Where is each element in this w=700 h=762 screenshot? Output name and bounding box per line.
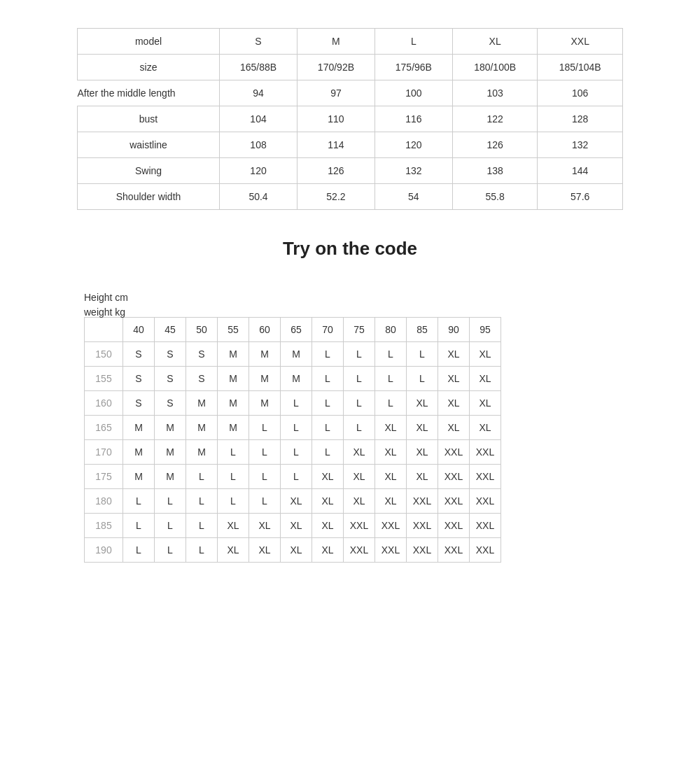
cell: S bbox=[155, 342, 186, 367]
cell: M bbox=[186, 391, 218, 416]
cell: XL bbox=[470, 342, 501, 367]
cell: XXL bbox=[407, 538, 438, 563]
cell: XL bbox=[438, 416, 470, 440]
size-xxl: 185/104B bbox=[538, 55, 623, 80]
header-m: M bbox=[297, 29, 374, 55]
size-chart-section: model S M L XL XXL size 165/88B 170/92B … bbox=[42, 28, 658, 210]
cell: M bbox=[249, 391, 281, 416]
height-155: 155 bbox=[85, 367, 123, 391]
middle-length-m: 97 bbox=[297, 80, 374, 106]
table-row: Shoulder width 50.4 52.2 54 55.8 57.6 bbox=[78, 184, 623, 210]
weight-65: 65 bbox=[281, 318, 312, 342]
cell: L bbox=[312, 391, 344, 416]
bust-m: 110 bbox=[297, 106, 374, 132]
header-l: L bbox=[374, 29, 452, 55]
table-row: 40 45 50 55 60 65 70 75 80 85 90 95 bbox=[85, 318, 501, 342]
cell: XL bbox=[218, 538, 249, 563]
cell: XL bbox=[218, 514, 249, 538]
cell: XL bbox=[281, 538, 312, 563]
cell: XL bbox=[470, 391, 501, 416]
swing-xxl: 144 bbox=[538, 158, 623, 184]
shoulder-m: 52.2 bbox=[297, 184, 374, 210]
shoulder-xl: 55.8 bbox=[452, 184, 538, 210]
cell: M bbox=[249, 342, 281, 367]
cell: L bbox=[281, 465, 312, 489]
cell: S bbox=[155, 391, 186, 416]
waistline-s: 108 bbox=[220, 132, 298, 158]
cell: S bbox=[123, 391, 155, 416]
cell: XL bbox=[281, 489, 312, 514]
cell: XXL bbox=[344, 514, 375, 538]
cell: L bbox=[281, 440, 312, 465]
header-xxl: XXL bbox=[538, 29, 623, 55]
swing-s: 120 bbox=[220, 158, 298, 184]
height-185: 185 bbox=[85, 514, 123, 538]
size-m: 170/92B bbox=[297, 55, 374, 80]
table-row: 165 M M M M L L L L XL XL XL XL bbox=[85, 416, 501, 440]
table-row: size 165/88B 170/92B 175/96B 180/100B 18… bbox=[78, 55, 623, 80]
height-180: 180 bbox=[85, 489, 123, 514]
weight-40: 40 bbox=[123, 318, 155, 342]
cell: S bbox=[186, 367, 218, 391]
cell: M bbox=[155, 416, 186, 440]
cell: L bbox=[375, 391, 407, 416]
cell: L bbox=[407, 342, 438, 367]
cell: L bbox=[281, 416, 312, 440]
size-label: size bbox=[78, 55, 220, 80]
cell: XL bbox=[249, 514, 281, 538]
cell: XL bbox=[375, 416, 407, 440]
middle-length-s: 94 bbox=[220, 80, 298, 106]
cell: XL bbox=[438, 342, 470, 367]
swing-m: 126 bbox=[297, 158, 374, 184]
cell: M bbox=[218, 416, 249, 440]
table-row: 190 L L L XL XL XL XL XXL XXL XXL XXL XX… bbox=[85, 538, 501, 563]
cell: XL bbox=[407, 465, 438, 489]
height-165: 165 bbox=[85, 416, 123, 440]
shoulder-s: 50.4 bbox=[220, 184, 298, 210]
cell: L bbox=[344, 367, 375, 391]
height-160: 160 bbox=[85, 391, 123, 416]
cell: XL bbox=[375, 489, 407, 514]
shoulder-l: 54 bbox=[374, 184, 452, 210]
cell: M bbox=[123, 440, 155, 465]
cell: L bbox=[407, 367, 438, 391]
cell: XXL bbox=[470, 489, 501, 514]
cell: L bbox=[375, 342, 407, 367]
cell: S bbox=[123, 342, 155, 367]
shoulder-xxl: 57.6 bbox=[538, 184, 623, 210]
bust-xl: 122 bbox=[452, 106, 538, 132]
weight-55: 55 bbox=[218, 318, 249, 342]
cell: M bbox=[281, 342, 312, 367]
height-label: Height cm bbox=[84, 288, 658, 307]
cell: XXL bbox=[438, 440, 470, 465]
cell: XL bbox=[281, 514, 312, 538]
cell: L bbox=[249, 489, 281, 514]
cell: XXL bbox=[407, 489, 438, 514]
header-s: S bbox=[220, 29, 298, 55]
cell: L bbox=[312, 416, 344, 440]
middle-length-l: 100 bbox=[374, 80, 452, 106]
cell: M bbox=[218, 391, 249, 416]
cell: L bbox=[281, 391, 312, 416]
height-190: 190 bbox=[85, 538, 123, 563]
cell: XL bbox=[375, 440, 407, 465]
swing-label: Swing bbox=[78, 158, 220, 184]
size-xl: 180/100B bbox=[452, 55, 538, 80]
cell: L bbox=[249, 440, 281, 465]
height-175: 175 bbox=[85, 465, 123, 489]
table-row: 150 S S S M M M L L L L XL XL bbox=[85, 342, 501, 367]
cell: L bbox=[375, 367, 407, 391]
cell: L bbox=[249, 416, 281, 440]
middle-length-xxl: 106 bbox=[538, 80, 623, 106]
weight-75: 75 bbox=[344, 318, 375, 342]
size-l: 175/96B bbox=[374, 55, 452, 80]
cell: L bbox=[186, 538, 218, 563]
cell: XXL bbox=[470, 440, 501, 465]
cell: XL bbox=[407, 416, 438, 440]
cell: L bbox=[155, 514, 186, 538]
model-label: model bbox=[78, 29, 220, 55]
cell: S bbox=[186, 342, 218, 367]
cell: XXL bbox=[438, 538, 470, 563]
height-150: 150 bbox=[85, 342, 123, 367]
cell: L bbox=[344, 416, 375, 440]
